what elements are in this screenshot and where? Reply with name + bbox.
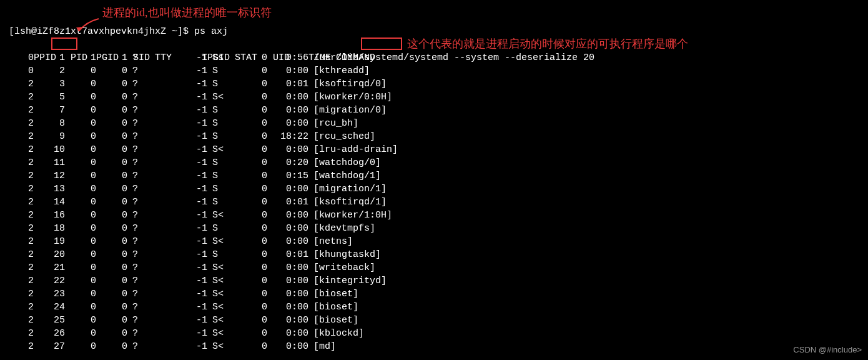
cell-tty: ? — [127, 314, 157, 327]
cell-stat: S< — [207, 340, 232, 353]
cell-uid: 0 — [232, 182, 267, 196]
cell-pid: 27 — [34, 340, 65, 353]
cell-stat: S — [207, 156, 232, 169]
cell-command: [watchdog/0] — [308, 156, 381, 169]
table-row: 21000?-1S<00:00[lru-add-drain] — [9, 143, 594, 156]
table-row: 22600?-1S<00:00[kblockd] — [9, 327, 594, 340]
cell-ppid: 2 — [9, 182, 34, 196]
cell-ppid: 2 — [9, 340, 34, 353]
cell-time: 0:00 — [267, 209, 308, 222]
cell-pgid: 0 — [65, 169, 96, 182]
cell-uid: 0 — [232, 196, 267, 209]
cell-tpgid: -1 — [157, 182, 207, 196]
cell-tpgid: -1 — [157, 104, 207, 117]
cell-tpgid: -1 — [157, 91, 207, 104]
cell-command: [rcu_sched] — [308, 130, 375, 143]
cell-uid: 0 — [232, 130, 267, 143]
watermark: CSDN @#include> — [793, 343, 862, 356]
cell-command: [kthreadd] — [308, 64, 370, 78]
cell-time: 0:00 — [267, 301, 308, 314]
cell-stat: S< — [207, 91, 232, 104]
cell-pid: 7 — [34, 104, 65, 117]
cell-pgid: 0 — [65, 104, 96, 117]
cell-tty: ? — [127, 143, 157, 156]
cell-tpgid: -1 — [157, 169, 207, 182]
cell-tpgid: -1 — [157, 64, 207, 78]
cell-pid: 3 — [34, 78, 65, 91]
cell-tty: ? — [127, 91, 157, 104]
cell-uid: 0 — [232, 301, 267, 314]
cell-ppid: 2 — [9, 91, 34, 104]
cell-stat: S — [207, 196, 232, 209]
cell-ppid: 2 — [9, 130, 34, 143]
cell-ppid: 2 — [9, 104, 34, 117]
table-row: 2900?-1S018:22[rcu_sched] — [9, 130, 594, 143]
cell-command: [bioset] — [308, 288, 358, 301]
cell-ppid: 2 — [9, 143, 34, 156]
cell-time: 0:00 — [267, 314, 308, 327]
cell-stat: S< — [207, 209, 232, 222]
cell-command: [watchdog/1] — [308, 169, 381, 182]
cell-tty: ? — [127, 274, 157, 288]
cell-stat: S — [207, 248, 232, 261]
cell-sid: 0 — [96, 209, 127, 222]
cell-sid: 0 — [96, 235, 127, 248]
cell-sid: 0 — [96, 117, 127, 130]
table-row: 2700?-1S00:00[migration/0] — [9, 104, 594, 117]
cell-time: 0:20 — [267, 156, 308, 169]
cell-pgid: 0 — [65, 182, 96, 196]
cell-pid: 13 — [34, 182, 65, 196]
cell-pgid: 0 — [65, 288, 96, 301]
cell-sid: 0 — [96, 314, 127, 327]
cell-tty: ? — [127, 301, 157, 314]
cell-stat: S< — [207, 314, 232, 327]
table-row: 0111?-1Ss00:56/usr/lib/systemd/systemd -… — [9, 51, 594, 64]
cell-uid: 0 — [232, 51, 267, 64]
cell-time: 0:00 — [267, 64, 308, 78]
cell-tpgid: -1 — [157, 314, 207, 327]
cell-tty: ? — [127, 340, 157, 353]
table-row: 22100?-1S<00:00[writeback] — [9, 261, 594, 274]
table-row: 22500?-1S<00:00[bioset] — [9, 314, 594, 327]
cell-tty: ? — [127, 261, 157, 274]
cell-pid: 25 — [34, 314, 65, 327]
cell-stat: S — [207, 64, 232, 78]
cell-tty: ? — [127, 248, 157, 261]
cell-uid: 0 — [232, 64, 267, 78]
cell-uid: 0 — [232, 104, 267, 117]
cell-pid: 26 — [34, 327, 65, 340]
cell-pid: 21 — [34, 261, 65, 274]
cell-sid: 0 — [96, 78, 127, 91]
table-row: 21600?-1S<00:00[kworker/1:0H] — [9, 209, 594, 222]
cell-uid: 0 — [232, 235, 267, 248]
cell-time: 0:00 — [267, 327, 308, 340]
cell-stat: S — [207, 117, 232, 130]
cell-command: [ksoftirqd/0] — [308, 78, 387, 91]
cell-tty: ? — [127, 169, 157, 182]
cell-tty: ? — [127, 235, 157, 248]
cell-pid: 19 — [34, 235, 65, 248]
table-row: 21400?-1S00:01[ksoftirqd/1] — [9, 196, 594, 209]
cell-ppid: 2 — [9, 314, 34, 327]
cell-command: [migration/1] — [308, 182, 387, 196]
cell-uid: 0 — [232, 288, 267, 301]
cell-tty: ? — [127, 288, 157, 301]
cell-pid: 9 — [34, 130, 65, 143]
cell-stat: S — [207, 130, 232, 143]
cell-stat: S< — [207, 301, 232, 314]
cell-time: 0:00 — [267, 340, 308, 353]
cell-stat: S< — [207, 274, 232, 288]
annotation-command: 这个代表的就是进程启动的时候对应的可执行程序是哪个 — [407, 38, 688, 51]
cell-uid: 0 — [232, 91, 267, 104]
cell-pid: 8 — [34, 117, 65, 130]
cell-command: [ksoftirqd/1] — [308, 196, 387, 209]
cell-pid: 24 — [34, 301, 65, 314]
process-table-body: 0111?-1Ss00:56/usr/lib/systemd/systemd -… — [9, 51, 594, 353]
cell-time: 0:00 — [267, 117, 308, 130]
cell-ppid: 2 — [9, 156, 34, 169]
cell-time: 0:00 — [267, 235, 308, 248]
cell-tty: ? — [127, 51, 157, 64]
cell-tpgid: -1 — [157, 209, 207, 222]
shell-prompt: [lsh@iZf8z1xt7avxhpevkn4jhxZ ~]$ ps axj — [9, 25, 228, 38]
cell-stat: S — [207, 78, 232, 91]
